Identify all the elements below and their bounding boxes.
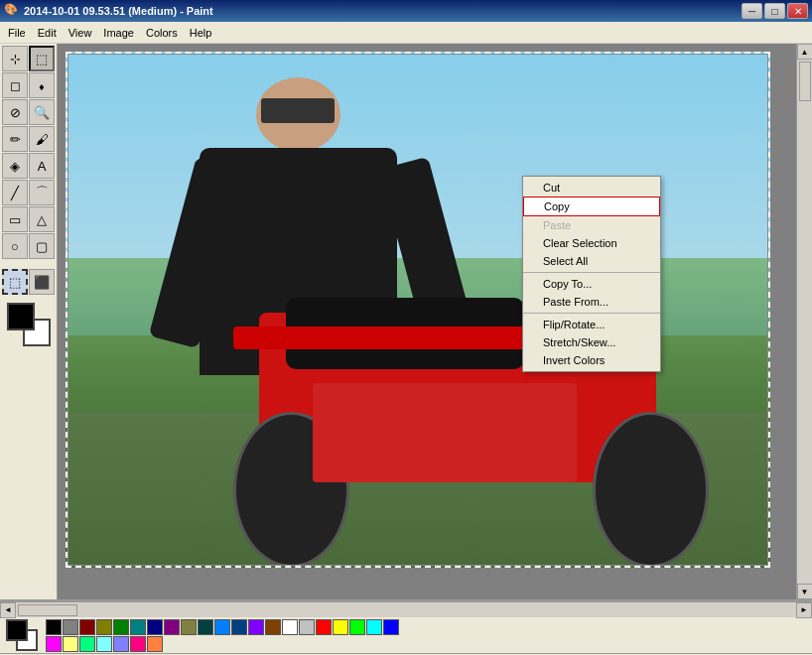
- tool-rounded-rect[interactable]: ▢: [29, 233, 55, 259]
- separator-1: [523, 272, 660, 273]
- menu-bar: File Edit View Image Colors Help: [0, 22, 812, 44]
- color-swatch-0[interactable]: [46, 619, 62, 635]
- color-swatch-15[interactable]: [299, 619, 315, 635]
- color-swatch-16[interactable]: [316, 619, 332, 635]
- ctx-select-all[interactable]: Select All: [523, 252, 660, 270]
- canvas-area[interactable]: Cut Copy Paste Clear Selection Select Al…: [58, 44, 812, 599]
- bottom-area: ◄ ► For Help, click Help Topics on the H…: [0, 599, 812, 655]
- scroll-left-button[interactable]: ◄: [0, 602, 16, 618]
- color-palette: [44, 617, 401, 653]
- menu-edit[interactable]: Edit: [32, 25, 63, 41]
- color-swatch-4[interactable]: [113, 619, 129, 635]
- scroll-track-horizontal[interactable]: [16, 602, 796, 617]
- color-swatch-3[interactable]: [96, 619, 112, 635]
- color-swatch-10[interactable]: [214, 619, 230, 635]
- color-swatch-20[interactable]: [383, 619, 399, 635]
- ctx-stretch-skew[interactable]: Stretch/Skew...: [523, 333, 660, 351]
- scroll-thumb-vertical[interactable]: [799, 62, 811, 101]
- tool-option-solid-rect[interactable]: ⬛: [29, 269, 55, 295]
- color-swatch-27[interactable]: [147, 636, 163, 652]
- color-swatch-7[interactable]: [164, 619, 180, 635]
- ctx-invert-colors[interactable]: Invert Colors: [523, 351, 660, 369]
- ctx-paste-from[interactable]: Paste From...: [523, 293, 660, 311]
- ctx-copy[interactable]: Copy: [523, 196, 660, 216]
- tool-magnify[interactable]: 🔍: [29, 99, 55, 125]
- tool-line[interactable]: ╱: [2, 180, 28, 205]
- tool-free-select[interactable]: ⊹: [2, 46, 28, 71]
- close-button[interactable]: ✕: [787, 3, 808, 19]
- color-swatch-12[interactable]: [248, 619, 264, 635]
- color-swatch-2[interactable]: [79, 619, 95, 635]
- tool-pick-color[interactable]: ⊘: [2, 99, 28, 125]
- color-swatch-17[interactable]: [333, 619, 348, 635]
- scroll-up-button[interactable]: ▲: [797, 44, 813, 60]
- color-swatch-19[interactable]: [366, 619, 382, 635]
- tool-curve[interactable]: ⌒: [29, 180, 55, 205]
- menu-file[interactable]: File: [2, 25, 32, 41]
- color-swatch-24[interactable]: [96, 636, 112, 652]
- app-icon: 🎨: [4, 3, 20, 19]
- menu-colors[interactable]: Colors: [140, 25, 184, 41]
- tool-rect-select[interactable]: ⬚: [29, 46, 55, 71]
- color-swatch-6[interactable]: [147, 619, 163, 635]
- color-swatch-1[interactable]: [63, 619, 78, 635]
- tools-panel: ⊹ ⬚ ◻ ⬧ ⊘ 🔍 ✏ 🖌 ◈ A ╱ ⌒ ▭ △ ○ ▢ ⬚ ⬛: [0, 44, 58, 599]
- title-bar: 🎨 2014-10-01 09.53.51 (Medium) - Paint ─…: [0, 0, 812, 22]
- tool-rect[interactable]: ▭: [2, 206, 28, 232]
- vertical-scrollbar: ▲ ▼: [796, 44, 812, 599]
- tool-brush[interactable]: 🖌: [29, 126, 55, 152]
- menu-view[interactable]: View: [63, 25, 98, 41]
- maximize-button[interactable]: □: [764, 3, 785, 19]
- scroll-down-button[interactable]: ▼: [797, 584, 813, 599]
- color-swatch-5[interactable]: [130, 619, 146, 635]
- ctx-paste[interactable]: Paste: [523, 216, 660, 234]
- menu-image[interactable]: Image: [97, 25, 140, 41]
- fg-color-swatch[interactable]: [7, 303, 35, 330]
- color-swatch-13[interactable]: [265, 619, 281, 635]
- menu-help[interactable]: Help: [184, 25, 218, 41]
- color-swatch-14[interactable]: [282, 619, 298, 635]
- palette-fg-color[interactable]: [6, 619, 28, 641]
- minimize-button[interactable]: ─: [742, 3, 762, 19]
- tool-ellipse[interactable]: ○: [2, 233, 28, 259]
- scroll-right-button[interactable]: ►: [796, 602, 812, 618]
- canvas-scroll: Cut Copy Paste Clear Selection Select Al…: [58, 44, 812, 599]
- scroll-track-vertical[interactable]: [797, 60, 812, 584]
- window-controls: ─ □ ✕: [742, 3, 808, 19]
- palette-fg-bg: [4, 617, 40, 653]
- color-swatch-18[interactable]: [349, 619, 365, 635]
- context-menu: Cut Copy Paste Clear Selection Select Al…: [522, 176, 661, 372]
- color-swatch-11[interactable]: [231, 619, 247, 635]
- window-title: 2014-10-01 09.53.51 (Medium) - Paint: [24, 5, 742, 17]
- scroll-thumb-horizontal[interactable]: [18, 604, 77, 616]
- color-swatch-23[interactable]: [79, 636, 95, 652]
- ctx-flip-rotate[interactable]: Flip/Rotate...: [523, 316, 660, 333]
- ctx-clear-selection[interactable]: Clear Selection: [523, 234, 660, 252]
- tool-polygon[interactable]: △: [29, 206, 55, 232]
- color-swatch-22[interactable]: [63, 636, 78, 652]
- canvas-image[interactable]: Cut Copy Paste Clear Selection Select Al…: [66, 52, 770, 568]
- ctx-cut[interactable]: Cut: [523, 179, 660, 196]
- tools-grid: ⊹ ⬚ ◻ ⬧ ⊘ 🔍 ✏ 🖌 ◈ A ╱ ⌒ ▭ △ ○ ▢: [2, 46, 55, 259]
- color-swatch-9[interactable]: [198, 619, 213, 635]
- main-area: ⊹ ⬚ ◻ ⬧ ⊘ 🔍 ✏ 🖌 ◈ A ╱ ⌒ ▭ △ ○ ▢ ⬚ ⬛: [0, 44, 812, 599]
- tool-fill[interactable]: ⬧: [29, 72, 55, 98]
- tool-eraser[interactable]: ◻: [2, 72, 28, 98]
- ctx-copy-to[interactable]: Copy To...: [523, 275, 660, 293]
- palette-area: [0, 617, 812, 653]
- tool-option-dashed-rect[interactable]: ⬚: [2, 269, 28, 295]
- separator-2: [523, 313, 660, 314]
- color-swatch-26[interactable]: [130, 636, 146, 652]
- color-swatch-25[interactable]: [113, 636, 129, 652]
- color-swatch-21[interactable]: [46, 636, 62, 652]
- tool-pencil[interactable]: ✏: [2, 126, 28, 152]
- horizontal-scrollbar: ◄ ►: [0, 601, 812, 617]
- color-swatch-8[interactable]: [181, 619, 197, 635]
- tool-airbrush[interactable]: ◈: [2, 153, 28, 179]
- tool-text[interactable]: A: [29, 153, 55, 179]
